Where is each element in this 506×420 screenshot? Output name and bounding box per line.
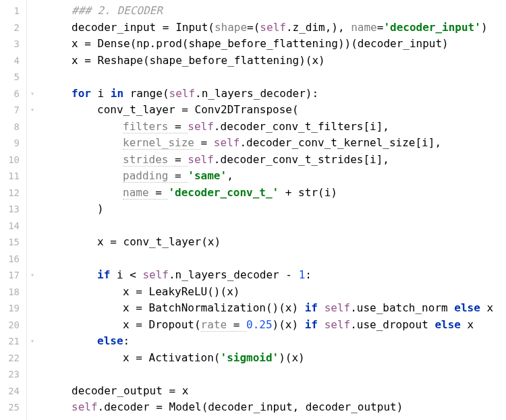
code-line[interactable]: decoder_input = Input(shape=(self.z_dim,… [27,20,506,36]
line-number: 18 [3,284,20,301]
code-token: for [72,87,98,100]
line-number: 6 [3,86,20,102]
code-token: 1 [299,268,306,281]
code-line[interactable]: x = LeakyReLU()(x) [27,284,506,301]
line-number: 5 [3,69,20,86]
code-line[interactable]: kernel_size = self.decoder_conv_t_kernel… [27,135,506,152]
code-token: : [123,334,130,347]
line-number: 17 [3,267,20,284]
line-number: 14 [3,218,20,235]
code-token: self [325,318,351,331]
code-token: x = Reshape(shape_before_flattening)(x) [72,54,325,67]
code-line[interactable]: name = 'decoder_conv_t_' + str(i) [27,185,506,202]
code-token: self [260,21,286,34]
code-line[interactable]: ▾else: [27,333,506,350]
code-token: = [201,136,214,149]
code-token: 0.25 [246,318,273,331]
code-token: filters [123,120,175,133]
code-token: x = Activation( [123,351,221,364]
code-line[interactable] [27,69,506,86]
code-token: .decoder_conv_t_filters[i], [214,120,389,133]
code-token: rate [201,318,233,332]
code-token: , [227,169,233,182]
fold-toggle-icon[interactable]: ▾ [28,267,36,284]
line-number: 3 [3,36,20,53]
code-token: x [486,301,493,314]
line-number: 12 [3,185,20,202]
line-number: 23 [3,366,20,383]
code-token: 'same' [188,169,227,182]
code-token: range [130,87,163,100]
code-token: + [279,186,298,199]
code-line[interactable]: x = Activation('sigmoid')(x) [27,350,506,367]
code-line[interactable]: strides = self.decoder_conv_t_strides[i]… [27,152,506,169]
code-line[interactable]: x = BatchNormalization()(x) if self.use_… [27,300,506,317]
code-editor-area[interactable]: ### 2. DECODERdecoder_input = Input(shap… [27,0,506,420]
code-token: x = BatchNormalization()(x) [123,301,305,314]
code-line[interactable]: ▾conv_t_layer = Conv2DTranspose( [27,102,506,119]
code-token: padding [123,169,175,183]
code-token: )(x) [273,318,305,331]
code-line[interactable]: x = Reshape(shape_before_flattening)(x) [27,53,506,69]
code-token: .z_dim,), [286,21,351,34]
code-line[interactable] [27,251,506,268]
code-token: self [188,120,214,133]
code-line[interactable] [27,366,506,383]
line-number: 7 [3,102,20,119]
code-line[interactable]: self.decoder = Model(decoder_input, deco… [27,399,506,416]
line-number: 11 [3,168,20,185]
fold-toggle-icon[interactable]: ▾ [28,102,36,119]
code-token: self [142,268,169,281]
line-number: 8 [3,119,20,136]
line-number: 20 [3,317,20,334]
code-token: strides [123,153,175,167]
code-token: x = Dropout( [123,318,201,331]
code-token: else [97,334,123,347]
code-line[interactable]: filters = self.decoder_conv_t_filters[i]… [27,119,506,136]
code-token: = [175,120,188,133]
code-token: = [175,153,188,167]
code-line[interactable]: ) [27,201,506,218]
code-line[interactable]: padding = 'same', [27,168,506,185]
code-token: i < [117,268,143,281]
code-token: self [325,301,351,314]
code-token: conv_t_layer = Conv2DTranspose( [97,103,299,116]
line-number: 22 [3,350,20,367]
code-token: x = conv_t_layer(x) [97,235,221,248]
code-token: self [188,153,214,166]
code-token: ) [97,202,104,215]
code-token: else [454,301,486,314]
line-number: 25 [3,399,20,416]
code-token: .n_layers_decoder): [195,87,318,100]
fold-toggle-icon[interactable]: ▾ [28,86,36,102]
code-line[interactable]: x = Dropout(rate = 0.25)(x) if self.use_… [27,317,506,334]
code-line[interactable]: ▾if i < self.n_layers_decoder - 1: [27,267,506,284]
line-number: 13 [3,201,20,218]
code-token: ) [481,21,488,34]
line-number-gutter: 1234567891011121314151617181920212223242… [0,0,27,420]
line-number: 2 [3,20,20,36]
code-token: .decoder = Model(decoder_input, decoder_… [98,400,403,413]
code-line[interactable]: x = conv_t_layer(x) [27,234,506,251]
code-token: x = LeakyReLU()(x) [123,285,240,298]
code-line[interactable]: x = Dense(np.prod(shape_before_flattenin… [27,36,506,53]
code-line[interactable]: ### 2. DECODER [27,3,506,20]
code-token: =( [247,21,260,34]
code-token: .decoder_conv_t_strides[i], [214,153,389,166]
line-number: 1 [3,3,20,20]
code-token: ( [163,87,169,100]
code-token: i [98,87,111,100]
code-token: if [97,268,117,281]
code-token: self [169,87,196,100]
code-token: .decoder_conv_t_kernel_size[i], [240,136,441,149]
code-token: name [351,21,377,34]
code-token: 'decoder_input' [383,21,481,34]
code-token: ### 2. DECODER [72,4,163,17]
code-token: : [305,268,312,281]
code-line[interactable]: ▾for i in range(self.n_layers_decoder): [27,86,506,102]
code-line[interactable]: decoder_output = x [27,383,506,400]
fold-toggle-icon[interactable]: ▾ [28,333,36,350]
code-line[interactable] [27,218,506,235]
code-token: .use_batch_norm [350,301,454,314]
code-token: = [233,318,246,332]
